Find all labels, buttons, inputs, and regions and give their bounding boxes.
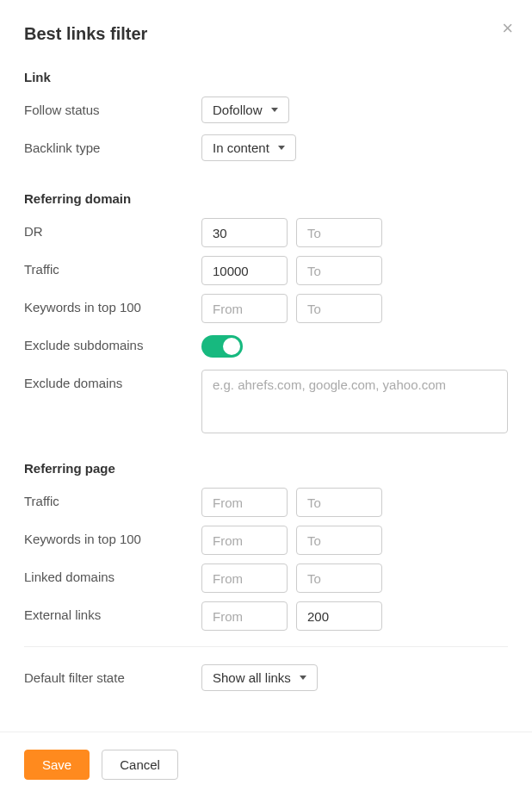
chevron-down-icon [278,146,285,150]
row-ref-page-traffic: Traffic [24,488,508,517]
section-heading-link: Link [24,70,508,84]
exclude-domains-label: Exclude domains [24,370,201,390]
ref-domain-traffic-label: Traffic [24,256,201,277]
ref-domain-traffic-to-input[interactable] [296,256,382,285]
ref-page-traffic-label: Traffic [24,488,201,508]
section-link: Link Follow status Dofollow Backlink typ… [24,70,508,164]
section-referring-domain: Referring domain DR Traffic Keywords in … [24,191,508,433]
backlink-type-value: In content [213,140,269,155]
follow-status-label: Follow status [24,97,201,117]
ref-domain-traffic-from-input[interactable] [201,256,288,285]
row-exclude-subdomains: Exclude subdomains [24,332,508,361]
toggle-knob [223,338,240,355]
modal-footer: Save Cancel [0,732,532,797]
modal-title: Best links filter [24,24,508,44]
filter-modal: × Best links filter Link Follow status D… [0,0,532,694]
ref-domain-kw-from-input[interactable] [201,294,288,323]
dr-label: DR [24,218,201,239]
default-filter-select[interactable]: Show all links [201,664,318,691]
section-heading-ref-page: Referring page [24,461,508,476]
row-linked-domains: Linked domains [24,564,508,593]
row-default-filter: Default filter state Show all links [24,664,508,694]
chevron-down-icon [300,676,306,680]
exclude-domains-input[interactable] [201,370,508,433]
divider [24,646,508,647]
backlink-type-label: Backlink type [24,134,201,155]
row-follow-status: Follow status Dofollow [24,97,508,126]
dr-from-input[interactable] [201,218,288,247]
ref-page-kw-to-input[interactable] [296,526,382,555]
close-icon: × [502,17,513,39]
ref-page-traffic-from-input[interactable] [201,488,288,517]
row-ref-page-kw: Keywords in top 100 [24,526,508,555]
ref-page-kw-from-input[interactable] [201,526,288,555]
default-filter-label: Default filter state [24,664,201,685]
external-links-to-input[interactable] [296,601,382,631]
row-ref-domain-kw: Keywords in top 100 [24,294,508,323]
chevron-down-icon [271,108,278,112]
external-links-label: External links [24,601,201,622]
linked-domains-label: Linked domains [24,564,201,584]
external-links-from-input[interactable] [201,601,288,631]
follow-status-select[interactable]: Dofollow [201,97,289,123]
exclude-subdomains-label: Exclude subdomains [24,332,201,352]
save-button[interactable]: Save [24,750,90,780]
row-ref-domain-traffic: Traffic [24,256,508,285]
ref-page-kw-label: Keywords in top 100 [24,526,201,546]
backlink-type-select[interactable]: In content [201,134,296,161]
row-backlink-type: Backlink type In content [24,134,508,164]
ref-domain-kw-label: Keywords in top 100 [24,294,201,314]
row-exclude-domains: Exclude domains [24,370,508,433]
row-external-links: External links [24,601,508,631]
section-heading-ref-domain: Referring domain [24,191,508,206]
close-button[interactable]: × [502,19,513,38]
linked-domains-to-input[interactable] [296,564,382,593]
cancel-button[interactable]: Cancel [102,750,178,780]
default-filter-value: Show all links [213,670,291,685]
section-referring-page: Referring page Traffic Keywords in top 1… [24,461,508,631]
ref-page-traffic-to-input[interactable] [296,488,382,517]
linked-domains-from-input[interactable] [201,564,288,593]
exclude-subdomains-toggle[interactable] [201,335,243,358]
ref-domain-kw-to-input[interactable] [296,294,382,323]
follow-status-value: Dofollow [213,103,263,117]
dr-to-input[interactable] [296,218,382,247]
row-dr: DR [24,218,508,247]
